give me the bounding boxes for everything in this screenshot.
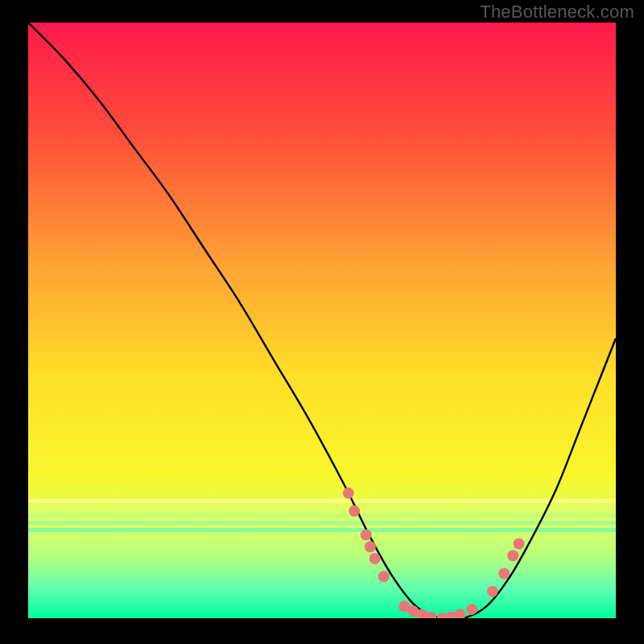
data-point [514, 539, 525, 550]
band-line [28, 528, 616, 532]
watermark-text: TheBottleneck.com [480, 2, 634, 23]
band-line [28, 514, 616, 518]
data-point [349, 506, 360, 517]
data-point [343, 488, 354, 499]
chart-svg [28, 23, 616, 618]
band-line [28, 499, 616, 503]
chart-container: TheBottleneck.com [0, 0, 644, 644]
data-point [487, 586, 498, 597]
band-line [28, 521, 616, 525]
band-line [28, 506, 616, 510]
data-point [369, 553, 381, 564]
data-point [507, 550, 518, 561]
data-point [365, 541, 376, 552]
data-point [498, 568, 510, 580]
data-point [378, 571, 390, 582]
plot-area [28, 23, 616, 618]
data-point [466, 604, 477, 615]
data-point [361, 529, 372, 540]
